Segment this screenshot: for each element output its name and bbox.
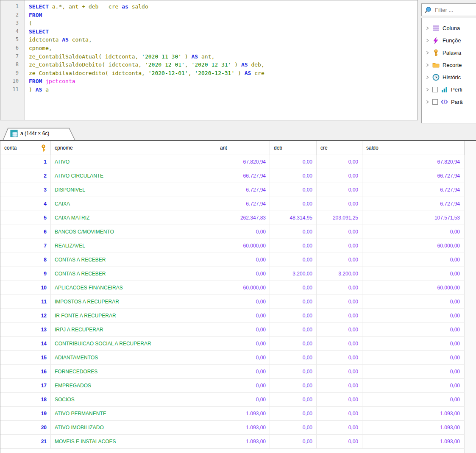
code-line[interactable]: cpnome, [29,44,418,53]
cell-conta[interactable]: 1 [0,155,51,169]
code-line[interactable]: ze_ContabilSaldoAtual( idctconta, '2020-… [29,53,418,61]
cell-saldo[interactable]: 6.727,94 [362,197,464,211]
table-row[interactable]: 20ATIVO IMOBILIZADO1.093,000,000,001.093… [0,421,465,435]
cell-ant[interactable]: 0,00 [216,323,270,336]
cell-deb[interactable]: 0,00 [270,169,317,183]
cell-cre[interactable]: 0,00 [317,393,362,406]
cell-deb[interactable]: 0,00 [270,225,317,239]
table-row[interactable]: 1ATIVO67.820,940,000,0067.820,94 [0,155,465,169]
cell-saldo[interactable]: 0,00 [362,225,464,239]
cell-cpnome[interactable]: BANCOS C/MOVIMENTO [51,225,216,239]
result-tab[interactable]: a (144r × 6c) [3,128,75,140]
code-line[interactable]: SELECT a.*, ant + deb - cre as saldo [29,3,418,11]
cell-conta[interactable]: 15 [0,351,51,364]
cell-cpnome[interactable]: IR FONTE A RECUPERAR [51,309,216,322]
cell-saldo[interactable]: 1.093,00 [362,407,464,420]
cell-deb[interactable]: 0,00 [270,295,317,308]
table-row[interactable]: 16FORNECEDORES0,000,000,000,00 [0,365,465,379]
cell-cre[interactable]: 0,00 [317,155,362,169]
cell-saldo[interactable]: 0,00 [362,379,464,392]
cell-cre[interactable]: 0,00 [317,435,362,448]
cell-ant[interactable]: 67.820,94 [216,155,270,169]
cell-deb[interactable]: 0,00 [270,379,317,392]
cell-cre[interactable]: 0,00 [317,379,362,392]
cell-conta[interactable]: 14 [0,337,51,350]
cell-ant[interactable]: 0,00 [216,295,270,308]
cell-conta[interactable]: 13 [0,323,51,336]
cell-cpnome[interactable]: SOCIOS [51,393,216,406]
chevron-right-icon[interactable] [426,39,429,42]
cell-deb[interactable]: 0,00 [270,393,317,406]
tree-item-snippets[interactable]: Recorte [422,59,476,71]
cell-cpnome[interactable]: CAIXA [51,197,216,211]
cell-saldo[interactable]: 0,00 [362,295,464,308]
cell-ant[interactable]: 0,00 [216,253,270,267]
cell-conta[interactable]: 21 [0,435,51,448]
table-row[interactable]: 12IR FONTE A RECUPERAR0,000,000,000,00 [0,309,465,323]
cell-saldo[interactable]: 0,00 [362,365,464,378]
cell-saldo[interactable]: 0,00 [362,351,464,364]
cell-saldo[interactable]: 0,00 [362,337,464,350]
cell-conta[interactable]: 6 [0,225,51,239]
cell-saldo[interactable]: 1.093,00 [362,435,464,448]
cell-cre[interactable]: 0,00 [317,225,362,239]
cell-cpnome[interactable]: ATIVO IMOBILIZADO [51,421,216,434]
tree-item-parameters[interactable]: Parâ [422,96,476,108]
cell-deb[interactable]: 0,00 [270,407,317,420]
cell-conta[interactable]: 20 [0,421,51,434]
chevron-right-icon[interactable] [426,100,429,104]
table-row[interactable]: 21MOVEIS E INSTALACOES1.093,000,000,001.… [0,435,465,449]
table-row[interactable]: 10APLICACOES FINANCEIRAS60.000,000,000,0… [0,281,465,295]
cell-ant[interactable]: 60.000,00 [216,239,270,253]
tree-item-columns[interactable]: Coluna [422,22,476,34]
cell-saldo[interactable]: 0,00 [362,253,464,267]
cell-conta[interactable]: 9 [0,267,51,281]
code-line[interactable]: idctconta AS conta, [29,36,418,44]
cell-cpnome[interactable]: FORNECEDORES [51,365,216,378]
cell-deb[interactable]: 48.314,95 [270,211,317,225]
cell-ant[interactable]: 1.093,00 [216,435,270,448]
tree-item-profile[interactable]: Perfi [422,83,476,96]
helpers-filter-input[interactable]: Filter ... [421,3,476,16]
cell-cre[interactable]: 0,00 [317,309,362,322]
cell-conta[interactable]: 10 [0,281,51,295]
cell-conta[interactable]: 7 [0,239,51,253]
cell-cre[interactable]: 0,00 [317,253,362,267]
cell-cre[interactable]: 0,00 [317,365,362,378]
table-row[interactable]: 14CONTRIBUICAO SOCIAL A RECUPERAR0,000,0… [0,337,465,351]
cell-cpnome[interactable]: ATIVO PERMANENTE [51,407,216,420]
cell-ant[interactable]: 60.000,00 [216,281,270,295]
cell-cpnome[interactable]: EMPREGADOS [51,379,216,392]
column-header-cpnome[interactable]: cpnome [51,141,216,155]
tree-item-history[interactable]: Históric [422,71,476,83]
table-row[interactable]: 15ADIANTAMENTOS0,000,000,000,00 [0,351,465,365]
cell-deb[interactable]: 0,00 [270,421,317,434]
cell-cpnome[interactable]: ATIVO [51,155,216,169]
cell-conta[interactable]: 5 [0,211,51,225]
cell-deb[interactable]: 0,00 [270,337,317,350]
cell-ant[interactable]: 0,00 [216,393,270,406]
code-line[interactable]: FROM [29,11,418,19]
cell-cpnome[interactable]: ATIVO CIRCULANTE [51,169,216,183]
cell-saldo[interactable]: 1.093,00 [362,421,464,434]
table-row[interactable]: 17EMPREGADOS0,000,000,000,00 [0,379,465,393]
cell-cre[interactable]: 0,00 [317,407,362,420]
cell-conta[interactable]: 11 [0,295,51,308]
table-row[interactable]: 2ATIVO CIRCULANTE66.727,940,000,0066.727… [0,169,465,183]
sql-editor[interactable]: 1234567891011 SELECT a.*, ant + deb - cr… [0,0,418,120]
cell-ant[interactable]: 66.727,94 [216,169,270,183]
column-header-ant[interactable]: ant [216,141,270,155]
cell-cre[interactable]: 203.091,25 [317,211,362,225]
cell-conta[interactable]: 8 [0,253,51,267]
table-row[interactable]: 3DISPONIVEL6.727,940,000,006.727,94 [0,183,465,197]
cell-ant[interactable]: 6.727,94 [216,197,270,211]
cell-deb[interactable]: 0,00 [270,365,317,378]
column-header-saldo[interactable]: saldo [362,141,464,155]
table-row[interactable]: 6BANCOS C/MOVIMENTO0,000,000,000,00 [0,225,465,239]
cell-deb[interactable]: 0,00 [270,435,317,448]
cell-cpnome[interactable]: CAIXA MATRIZ [51,211,216,225]
table-row[interactable]: 9CONTAS A RECEBER0,003.200,003.200,000,0… [0,267,465,281]
cell-conta[interactable]: 3 [0,183,51,197]
cell-cre[interactable]: 0,00 [317,351,362,364]
parameters-checkbox[interactable] [432,99,438,105]
